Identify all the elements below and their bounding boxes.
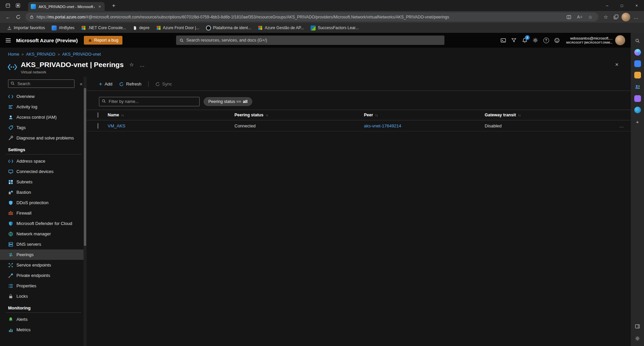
sidebar-item-diagnose[interactable]: Diagnose and solve problems (0, 133, 87, 143)
sidebar-item-subnets[interactable]: Subnets (0, 177, 87, 187)
maximize-button[interactable]: □ (614, 0, 629, 11)
sidebar-scrollbar[interactable] (84, 77, 87, 346)
azure-search-input[interactable] (186, 38, 441, 43)
sidebar-item-peerings[interactable]: Peerings (0, 249, 87, 260)
sidebar-item-address-space[interactable]: Address space (0, 156, 87, 166)
split-screen-icon[interactable] (565, 13, 573, 21)
favorites-hub-icon[interactable]: ☆ (601, 12, 610, 22)
blade-close-icon[interactable]: × (615, 61, 619, 68)
sidebar-search-icon[interactable] (634, 37, 641, 44)
favorite-netcore[interactable]: .NET Core Console... (78, 24, 129, 31)
cloud-shell-icon[interactable] (498, 35, 508, 46)
blade-more-icon[interactable]: … (140, 62, 145, 68)
resource-menu-search-input[interactable] (8, 79, 74, 88)
collections-icon[interactable] (611, 12, 621, 22)
sidebar-item-dns-servers[interactable]: DNS servers (0, 239, 87, 249)
sidebar-item-activity-log[interactable]: Activity log (0, 102, 87, 112)
outlook-icon[interactable] (634, 107, 641, 113)
browser-profile-avatar[interactable] (621, 12, 631, 22)
url-text: https://ms.portal.azure.com/#@microsoft.… (37, 15, 562, 19)
peering-name-link[interactable]: VM_AKS (108, 123, 125, 128)
microsoft365-icon[interactable] (634, 72, 641, 78)
address-bar[interactable]: https://ms.portal.azure.com/#@microsoft.… (25, 12, 598, 21)
sidebar-item-connected-devices[interactable]: Connected devices (0, 166, 87, 177)
directory-filter-icon[interactable] (508, 35, 519, 46)
help-icon[interactable]: ? (541, 35, 551, 46)
account-avatar[interactable] (615, 35, 625, 45)
sidebar-item-alerts[interactable]: Alerts (0, 314, 87, 325)
column-header-peer[interactable]: Peer ↑↓ (364, 113, 485, 117)
sidebar-item-network-manager[interactable]: Network manager (0, 229, 87, 239)
column-header-peering-status[interactable]: Peering status ↑↓ (234, 113, 364, 117)
breadcrumb-vnet[interactable]: AKS_PRIVADO-vnet (62, 52, 101, 57)
sidebar-item-defender[interactable]: Microsoft Defender for Cloud (0, 218, 87, 229)
sidebar-item-properties[interactable]: Properties (0, 281, 87, 291)
search-icon (179, 38, 184, 43)
row-checkbox[interactable] (98, 123, 98, 129)
tab-close-icon[interactable]: × (97, 4, 102, 9)
column-header-name[interactable]: Name ↑↓ (108, 113, 234, 117)
sidebar-item-service-endpoints[interactable]: Service endpoints (0, 260, 87, 270)
hamburger-menu-icon[interactable] (0, 33, 16, 48)
minimize-button[interactable]: – (600, 0, 614, 11)
sync-button[interactable]: Sync (155, 81, 172, 86)
favorite-depre[interactable]: depre (130, 24, 153, 31)
browser-menu-icon[interactable]: … (631, 12, 641, 22)
add-button[interactable]: + Add (99, 81, 112, 87)
feedback-icon[interactable] (551, 35, 562, 46)
select-all-checkbox[interactable] (98, 112, 98, 118)
sync-label: Sync (162, 81, 172, 86)
sidebar-panel-icon[interactable] (634, 323, 641, 330)
settings-gear-icon[interactable] (530, 35, 541, 46)
breadcrumb-resource-group[interactable]: AKS_PRIVADO (26, 52, 55, 57)
favorite-identidade[interactable]: Plataforma de ident... (203, 24, 254, 32)
favorite-inbytes[interactable]: #InBytes (49, 24, 77, 32)
add-sidebar-app-icon[interactable]: + (634, 118, 641, 125)
copilot-icon[interactable] (634, 49, 641, 56)
read-aloud-icon[interactable]: A (576, 13, 584, 21)
tab-actions-icon[interactable] (13, 1, 23, 10)
add-favorite-icon[interactable]: ☆ (586, 13, 594, 21)
back-button[interactable]: ← (3, 12, 13, 22)
refresh-button[interactable]: Refresh (119, 81, 142, 86)
sidebar-item-metrics[interactable]: Metrics (0, 325, 87, 335)
scrollbar-thumb[interactable] (84, 88, 86, 246)
sidebar-item-access-control[interactable]: Access control (IAM) (0, 112, 87, 122)
blade-content: « Overview Activity log Access control (… (0, 77, 631, 346)
favorite-gestao-api[interactable]: Azure Gestão de AP... (255, 24, 307, 31)
sidebar-settings-gear-icon[interactable] (634, 335, 641, 342)
people-icon[interactable] (634, 83, 641, 91)
close-window-button[interactable]: × (629, 0, 644, 11)
filter-by-name-input[interactable] (99, 97, 200, 106)
sidebar-item-private-endpoints[interactable]: Private endpoints (0, 270, 87, 281)
favorite-import[interactable]: Importar favoritos (4, 24, 48, 31)
sidebar-item-locks[interactable]: Locks (0, 291, 87, 301)
favorite-successfactors[interactable]: SuccessFactors Lear... (308, 24, 362, 32)
row-context-menu-icon[interactable]: … (611, 123, 627, 128)
sidebar-item-ddos[interactable]: DDoS protection (0, 197, 87, 208)
collapse-menu-icon[interactable]: « (80, 81, 83, 86)
peering-status-filter-pill[interactable]: Peering status == all (204, 97, 252, 106)
column-header-gateway-transit[interactable]: Gateway transit ↑↓ (485, 113, 611, 117)
gateway-transit-cell: Disabled (485, 123, 611, 128)
azure-search-box[interactable] (176, 36, 444, 45)
games-icon[interactable] (634, 95, 641, 102)
favorite-star-icon[interactable]: ☆ (129, 62, 134, 68)
breadcrumb-home[interactable]: Home (8, 52, 19, 57)
azure-brand[interactable]: Microsoft Azure (Preview) (16, 38, 78, 43)
sidebar-item-bastion[interactable]: Bastion (0, 187, 87, 197)
reload-button[interactable] (13, 12, 23, 22)
sidebar-item-tags[interactable]: Tags (0, 122, 87, 133)
notifications-bell-icon[interactable]: 2 (519, 35, 530, 46)
account-info[interactable]: wdossantos@microsoft.... MICROSOFT (MICR… (566, 36, 612, 44)
favorite-frontdoor[interactable]: Azure Front Door |... (153, 24, 203, 31)
microsoft-logo-icon (156, 25, 161, 30)
browser-tab[interactable]: AKS_PRIVADO-vnet - Microsoft A... × (28, 2, 105, 11)
sidebar-item-firewall[interactable]: Firewall (0, 208, 87, 218)
new-tab-button[interactable]: + (109, 1, 119, 10)
sidebar-item-overview[interactable]: Overview (0, 91, 87, 102)
workspaces-icon[interactable] (3, 1, 13, 10)
shopping-icon[interactable] (634, 60, 641, 67)
report-bug-button[interactable]: Report a bug (84, 36, 122, 45)
peer-vnet-link[interactable]: aks-vnet-17649214 (364, 123, 401, 128)
